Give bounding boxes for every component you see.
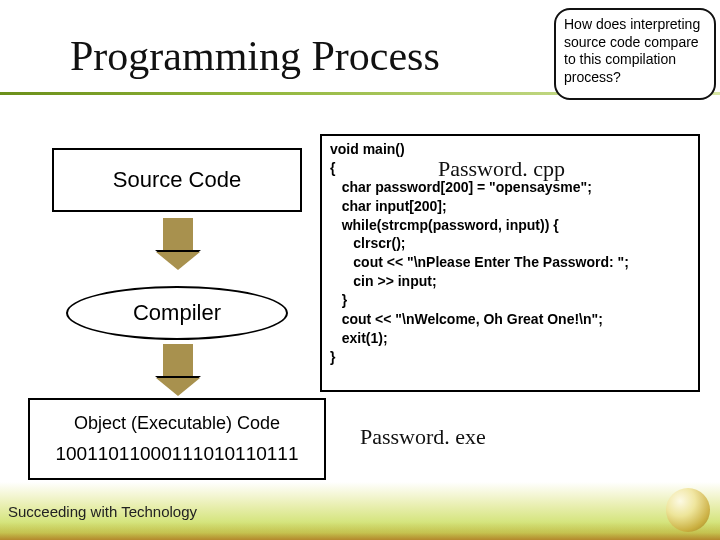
code-line: cin >> input;: [330, 272, 690, 291]
code-line: while(strcmp(password, input)) {: [330, 216, 690, 235]
code-line: }: [330, 291, 690, 310]
callout-question: How does interpreting source code compar…: [554, 8, 716, 100]
slide: Programming Process How does interpretin…: [0, 0, 720, 540]
footer-accent: [0, 522, 720, 540]
code-line: }: [330, 348, 690, 367]
code-line: char input[200];: [330, 197, 690, 216]
code-line: exit(1);: [330, 329, 690, 348]
source-filename: Password. cpp: [438, 154, 565, 184]
source-code-panel: Password. cpp void main() { char passwor…: [320, 134, 700, 392]
footer-orb-icon: [666, 488, 710, 532]
code-line: cout << "\nWelcome, Oh Great One!\n";: [330, 310, 690, 329]
source-code-label: Source Code: [113, 167, 241, 193]
code-line: clrscr();: [330, 234, 690, 253]
compiler-box: Compiler: [66, 286, 288, 340]
object-code-label: Object (Executable) Code: [74, 408, 280, 439]
source-code-box: Source Code: [52, 148, 302, 212]
code-line: cout << "\nPlease Enter The Password: ";: [330, 253, 690, 272]
compiler-label: Compiler: [133, 300, 221, 326]
object-code-box: Object (Executable) Code 100110110001110…: [28, 398, 326, 480]
arrow-down-icon: [158, 218, 198, 270]
arrow-down-icon: [158, 344, 198, 396]
executable-filename: Password. exe: [360, 424, 486, 450]
footer-text: Succeeding with Technology: [8, 503, 197, 520]
object-code-bits: 10011011000111010110111: [55, 438, 298, 470]
page-title: Programming Process: [70, 32, 440, 80]
